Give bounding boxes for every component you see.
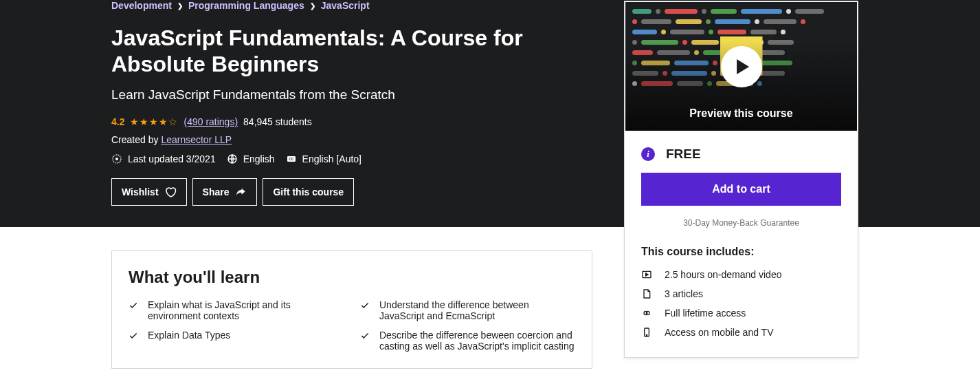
- created-by-label: Created by: [111, 134, 161, 145]
- check-icon: [129, 331, 138, 341]
- badge-icon: [111, 153, 122, 164]
- share-button[interactable]: Share: [192, 178, 258, 206]
- last-updated: Last updated 3/2021: [128, 153, 216, 164]
- student-count: 84,945 students: [243, 116, 312, 127]
- guarantee-text: 30-Day Money-Back Guarantee: [641, 218, 841, 228]
- mobile-icon: [641, 327, 652, 338]
- learn-item: Explain Data Types: [129, 330, 344, 352]
- learn-item: Explain what is JavaScript and its envir…: [129, 299, 344, 321]
- heart-icon: [164, 186, 177, 198]
- preview-video[interactable]: Preview this course: [625, 1, 858, 131]
- file-icon: [641, 288, 652, 299]
- check-icon: [360, 331, 370, 341]
- include-item-mobile: Access on mobile and TV: [641, 323, 841, 342]
- chevron-right-icon: ❯: [177, 2, 183, 10]
- share-icon: [234, 186, 247, 198]
- video-icon: [641, 269, 652, 280]
- purchase-card: Preview this course i FREE Add to cart 3…: [624, 1, 858, 358]
- breadcrumb-level2[interactable]: Programming Languages: [188, 0, 304, 11]
- globe-icon: [227, 153, 238, 164]
- info-icon[interactable]: i: [641, 147, 655, 161]
- course-title: JavaScript Fundamentals: A Course for Ab…: [111, 25, 592, 78]
- breadcrumb-level1[interactable]: Development: [111, 0, 172, 11]
- svg-point-7: [646, 334, 647, 335]
- rating-value: 4.2: [111, 116, 124, 127]
- rating-count[interactable]: (490 ratings): [183, 116, 238, 127]
- breadcrumb-level3[interactable]: JavaScript: [321, 0, 370, 11]
- course-language: English: [243, 153, 275, 164]
- learn-item: Understand the difference between JavaSc…: [360, 299, 575, 321]
- course-captions: English [Auto]: [302, 153, 361, 164]
- learn-item: Describe the difference beween coercion …: [360, 330, 575, 352]
- chevron-right-icon: ❯: [310, 2, 315, 10]
- captions-icon: CC: [286, 153, 297, 164]
- infinity-icon: [641, 308, 652, 319]
- creator-link[interactable]: Learnsector LLP: [161, 134, 232, 145]
- star-rating-icon: ★★★★☆: [130, 116, 178, 127]
- include-item-lifetime: Full lifetime access: [641, 303, 841, 323]
- wishlist-button[interactable]: Wishlist: [111, 178, 187, 206]
- preview-label: Preview this course: [625, 107, 857, 120]
- check-icon: [129, 301, 138, 310]
- include-item-video: 2.5 hours on-demand video: [641, 265, 841, 284]
- learn-title: What you'll learn: [129, 268, 575, 287]
- include-item-articles: 3 articles: [641, 284, 841, 303]
- add-to-cart-button[interactable]: Add to cart: [641, 173, 841, 206]
- check-icon: [360, 301, 370, 310]
- includes-title: This course includes:: [641, 246, 841, 258]
- play-button-icon: [721, 46, 762, 87]
- price: FREE: [666, 147, 701, 162]
- svg-text:CC: CC: [289, 157, 294, 161]
- svg-point-1: [115, 158, 118, 160]
- gift-button[interactable]: Gift this course: [263, 178, 354, 206]
- learn-box: What you'll learn Explain what is JavaSc…: [111, 250, 592, 369]
